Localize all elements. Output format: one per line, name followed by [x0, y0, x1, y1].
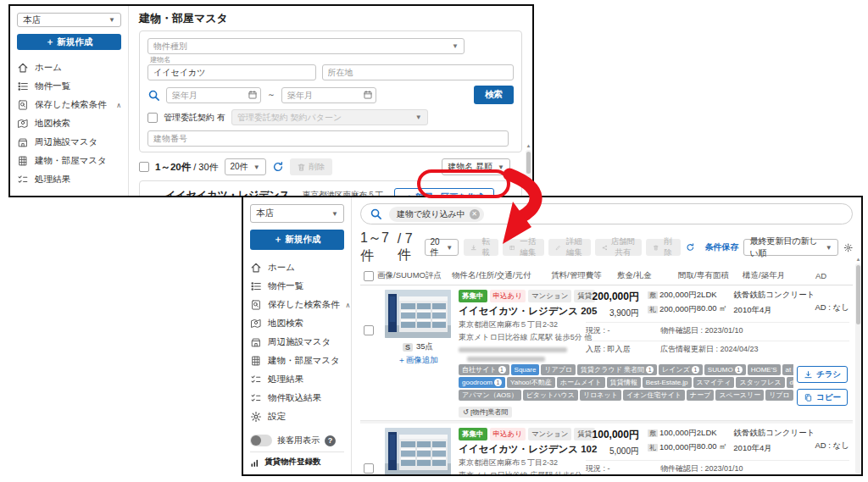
sidebar-item[interactable]: ホーム	[17, 58, 121, 77]
search-icon	[370, 208, 382, 220]
built: 2010年4月	[733, 305, 815, 316]
sidebar-item[interactable]: 保存した検索条件∧	[250, 296, 344, 314]
channel-tag: ピタットハウス	[523, 390, 578, 401]
confirmed-date: 物件確認日 : 2023/01/10	[660, 325, 743, 336]
channel-tag: ナーブ	[687, 390, 714, 401]
current-status: 現況 : -	[586, 325, 660, 336]
search-button[interactable]: 検索	[474, 86, 514, 104]
status-badges: 募集中申込ありマンション賃貸	[459, 428, 586, 440]
scrollbar[interactable]: ▲	[526, 150, 531, 194]
sidebar-item[interactable]: ホーム	[250, 258, 344, 277]
sidebar-item[interactable]: 建物・部屋マスタ	[17, 152, 121, 170]
property-name[interactable]: イイセイカツ・レジデンス 205	[459, 305, 586, 318]
create-room-button[interactable]: ＋ 部屋・区画を作成	[394, 188, 494, 196]
sidebar-item[interactable]: 物件取込結果	[250, 389, 344, 407]
sidebar-item[interactable]: 周辺施設マスタ	[250, 333, 344, 352]
page-title: 建物・部屋マスタ	[139, 11, 522, 26]
calendar-icon[interactable]	[363, 90, 373, 100]
customer-view-toggle[interactable]	[250, 435, 272, 446]
sidebar-item[interactable]: 処理結果	[17, 170, 121, 189]
status-badge: 申込あり	[490, 428, 526, 440]
sidebar-item[interactable]: 設定	[250, 407, 344, 426]
property-row: S 35点 ＋画像追加 募集中申込ありマンション賃貸 イイセイカツ・レジデンス …	[360, 285, 853, 421]
chevron-down-icon: ▼	[826, 244, 832, 252]
clear-filter-icon[interactable]: ✕	[470, 209, 480, 219]
chevron-up-icon: ∧	[116, 102, 121, 109]
search-bar[interactable]: 建物で絞り込み中 ✕	[360, 203, 853, 224]
flyer-button[interactable]: チラシ	[797, 366, 848, 383]
sort-select[interactable]: 最終更新日の新しい順 ▼	[743, 239, 837, 256]
scrollbar[interactable]: ▲	[855, 263, 861, 474]
toolbar-button[interactable]: 詳細編集	[548, 239, 591, 256]
scroll-up-icon[interactable]: ▲	[855, 257, 861, 262]
channel-tag: 賃貸情報	[607, 377, 641, 388]
main-area: 建物で絞り込み中 ✕ 1～7件 / 7件 20件 ▼ 転載一括編集詳細編集店舗間…	[352, 197, 861, 474]
delete-button[interactable]: 削除	[290, 158, 332, 175]
scroll-up-icon[interactable]: ▲	[526, 143, 531, 148]
mgmt-pattern-select[interactable]: 管理委託契約 契約パターン ▼	[231, 109, 428, 125]
gear-icon	[250, 411, 262, 423]
sidebar-item[interactable]: 地図検索	[250, 314, 344, 333]
home-icon	[17, 62, 29, 74]
sort-select[interactable]: 建物名 昇順 ▼	[442, 158, 510, 175]
list-icon	[250, 280, 262, 292]
status-badge: マンション	[528, 290, 572, 302]
toolbar-button[interactable]: 転載	[464, 239, 498, 256]
building-name-label: 建物名	[150, 57, 514, 64]
store-select[interactable]: 本店 ▼	[250, 204, 344, 223]
per-page-select[interactable]: 20件 ▼	[425, 239, 459, 256]
row-checkbox[interactable]	[364, 325, 374, 335]
select-all-checkbox[interactable]	[364, 271, 374, 281]
list-icon	[17, 80, 29, 92]
property-name[interactable]: イイセイカツ・レジデンス 102	[459, 443, 586, 456]
add-image-link[interactable]: ＋画像追加	[382, 355, 453, 366]
channel-tag: goodroom1	[459, 377, 505, 388]
chart-bars-icon	[250, 457, 260, 468]
toolbar-button[interactable]: 削除	[646, 239, 681, 256]
sidebar-item[interactable]: 周辺施設マスタ	[17, 133, 121, 152]
result-toolbar: 1～20件 / 30件 20件 ▼ 削除 建物名 昇順 ▼	[139, 158, 522, 175]
select-all-checkbox[interactable]	[139, 162, 149, 172]
per-page-select[interactable]: 20件 ▼	[225, 158, 266, 175]
refresh-icon[interactable]	[272, 161, 284, 173]
property-photo[interactable]	[385, 428, 451, 474]
calendar-icon[interactable]	[248, 90, 258, 100]
create-new-button[interactable]: ＋ 新規作成	[250, 230, 344, 250]
channel-tag: SUUMO1	[704, 364, 746, 375]
search-panel: 物件種別 ▼ 建物名 ～ 検索 管理委託契約 有 管理委託契約 契約パタ	[139, 30, 522, 152]
layout: 2LDK	[697, 428, 733, 437]
ad-value: AD : なし	[815, 428, 849, 452]
refresh-icon[interactable]	[686, 241, 695, 253]
mgmt-contract-checkbox[interactable]	[147, 113, 158, 123]
building-number-input[interactable]	[147, 130, 509, 147]
property-photo[interactable]	[385, 290, 451, 338]
chevron-down-icon: ▼	[498, 163, 504, 171]
save-conditions-link[interactable]: 条件保存	[704, 241, 738, 253]
channel-tag: 自社サイト1	[459, 364, 509, 375]
sidebar-item[interactable]: 物件一覧	[17, 77, 121, 96]
deposit: 100,000円	[659, 428, 697, 437]
copy-icon	[804, 393, 813, 402]
property-type-select[interactable]: 物件種別 ▼	[147, 38, 465, 54]
building-room-master-window: 本店 ▼ ＋ 新規作成 ホーム物件一覧保存した検索条件∧地図検索周辺施設マスタ建…	[8, 4, 534, 197]
sidebar-item[interactable]: 処理結果	[250, 370, 344, 389]
location-input[interactable]	[322, 64, 514, 80]
sidebar-item[interactable]: 物件一覧	[250, 277, 344, 296]
sidebar-item[interactable]: 建物・部屋マスタ	[250, 352, 344, 370]
toolbar-button[interactable]: 一括編集	[503, 239, 545, 256]
copy-button[interactable]: コピー	[797, 389, 848, 406]
toolbar-button[interactable]: 店舗間共有	[595, 239, 643, 256]
status-badge: 募集中	[459, 428, 487, 440]
help-icon[interactable]: ?	[325, 435, 336, 446]
building-name-input[interactable]	[147, 64, 316, 80]
download-icon	[470, 243, 477, 252]
create-new-button[interactable]: ＋ 新規作成	[17, 34, 121, 50]
sidebar-item[interactable]: 保存した検索条件∧	[17, 96, 121, 114]
sidebar: 本店 ▼ ＋ 新規作成 ホーム物件一覧保存した検索条件∧地図検索周辺施設マスタ建…	[10, 6, 129, 196]
store-select[interactable]: 本店 ▼	[17, 13, 121, 27]
row-checkbox[interactable]	[364, 463, 374, 474]
sidebar-item[interactable]: 地図検索	[17, 114, 121, 133]
gear-icon[interactable]	[843, 241, 853, 254]
channel-tag: アパマン（AOS）	[459, 390, 521, 401]
chevron-down-icon: ▼	[446, 244, 453, 252]
